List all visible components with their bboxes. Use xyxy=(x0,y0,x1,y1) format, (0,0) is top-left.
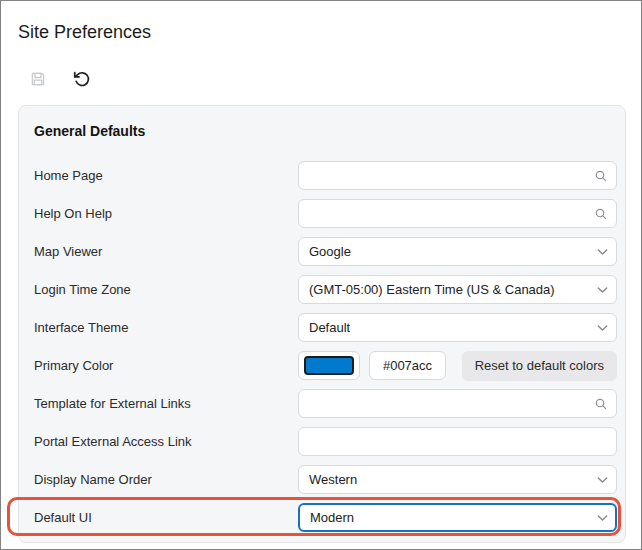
primary-color-label: Primary Color xyxy=(34,358,298,373)
chevron-down-icon xyxy=(597,324,608,331)
undo-button[interactable] xyxy=(72,69,91,88)
home-page-input[interactable] xyxy=(298,161,617,190)
save-icon xyxy=(29,70,47,88)
map-viewer-control: Google xyxy=(298,237,617,266)
row-primary-color: Primary Color Reset to default colors xyxy=(34,351,617,380)
map-viewer-value: Google xyxy=(309,244,351,259)
row-interface-theme: Interface Theme Default xyxy=(34,313,617,342)
help-on-help-label: Help On Help xyxy=(34,206,298,221)
home-page-label: Home Page xyxy=(34,168,298,183)
interface-theme-select[interactable]: Default xyxy=(298,313,617,342)
row-template-external-links: Template for External Links xyxy=(34,389,617,418)
default-ui-select[interactable]: Modern xyxy=(298,503,617,532)
undo-icon xyxy=(72,69,91,88)
row-home-page: Home Page xyxy=(34,161,617,190)
panel-heading: General Defaults xyxy=(34,123,617,139)
display-name-order-select[interactable]: Western xyxy=(298,465,617,494)
login-time-zone-select[interactable]: (GMT-05:00) Eastern Time (US & Canada) xyxy=(298,275,617,304)
reset-colors-button[interactable]: Reset to default colors xyxy=(462,351,617,381)
primary-color-hex-input[interactable] xyxy=(369,351,446,380)
display-name-order-label: Display Name Order xyxy=(34,472,298,487)
map-viewer-label: Map Viewer xyxy=(34,244,298,259)
default-ui-control: Modern xyxy=(298,503,617,532)
default-ui-value: Modern xyxy=(310,510,354,525)
row-default-ui: Default UI Modern xyxy=(34,503,617,532)
interface-theme-label: Interface Theme xyxy=(34,320,298,335)
interface-theme-control: Default xyxy=(298,313,617,342)
chevron-down-icon xyxy=(597,476,608,483)
portal-external-access-input[interactable] xyxy=(298,427,617,456)
row-help-on-help: Help On Help xyxy=(34,199,617,228)
toolbar xyxy=(28,69,91,88)
portal-external-access-label: Portal External Access Link xyxy=(34,434,298,449)
interface-theme-value: Default xyxy=(309,320,350,335)
default-ui-label: Default UI xyxy=(34,510,298,525)
display-name-order-control: Western xyxy=(298,465,617,494)
site-preferences-page: Site Preferences General Defaults xyxy=(0,0,642,550)
row-display-name-order: Display Name Order Western xyxy=(34,465,617,494)
chevron-down-icon xyxy=(597,248,608,255)
primary-color-control: Reset to default colors xyxy=(298,351,617,380)
help-on-help-control xyxy=(298,199,617,228)
display-name-order-value: Western xyxy=(309,472,357,487)
login-time-zone-label: Login Time Zone xyxy=(34,282,298,297)
map-viewer-select[interactable]: Google xyxy=(298,237,617,266)
chevron-down-icon xyxy=(597,514,608,521)
row-login-time-zone: Login Time Zone (GMT-05:00) Eastern Time… xyxy=(34,275,617,304)
chevron-down-icon xyxy=(597,286,608,293)
home-page-control xyxy=(298,161,617,190)
help-on-help-input[interactable] xyxy=(298,199,617,228)
row-portal-external-access: Portal External Access Link xyxy=(34,427,617,456)
login-time-zone-value: (GMT-05:00) Eastern Time (US & Canada) xyxy=(309,282,555,297)
page-title: Site Preferences xyxy=(18,22,151,43)
portal-external-access-control xyxy=(298,427,617,456)
primary-color-swatch[interactable] xyxy=(298,351,360,380)
search-icon[interactable] xyxy=(594,397,608,411)
row-map-viewer: Map Viewer Google xyxy=(34,237,617,266)
template-external-links-control xyxy=(298,389,617,418)
search-icon[interactable] xyxy=(594,169,608,183)
login-time-zone-control: (GMT-05:00) Eastern Time (US & Canada) xyxy=(298,275,617,304)
template-external-links-label: Template for External Links xyxy=(34,396,298,411)
primary-color-fill xyxy=(304,356,354,375)
general-defaults-panel: General Defaults Home Page Help On Help xyxy=(18,105,626,543)
template-external-links-input[interactable] xyxy=(298,389,617,418)
save-button[interactable] xyxy=(28,69,47,88)
search-icon[interactable] xyxy=(594,207,608,221)
